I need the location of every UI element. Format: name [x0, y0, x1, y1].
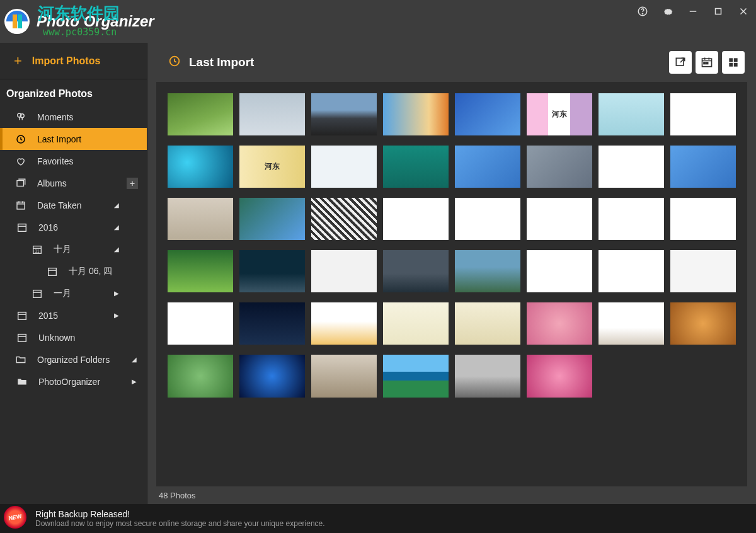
thumbnail[interactable]: [383, 302, 449, 345]
new-badge-icon: [4, 506, 29, 531]
sidebar-item-last-import[interactable]: Last Import: [0, 128, 147, 150]
thumbnail[interactable]: [168, 146, 233, 188]
close-button[interactable]: [731, 0, 756, 23]
sidebar-item-albums[interactable]: Albums +: [0, 172, 147, 194]
thumbnail[interactable]: [598, 302, 664, 345]
thumbnail[interactable]: [239, 302, 305, 345]
thumbnail[interactable]: [455, 250, 520, 292]
thumbnail[interactable]: [455, 198, 520, 240]
add-album-button[interactable]: +: [127, 178, 138, 189]
thumbnail[interactable]: [383, 198, 449, 240]
label: Organized Folders: [37, 355, 110, 365]
thumbnail[interactable]: [670, 146, 736, 188]
thumbnail[interactable]: [168, 302, 233, 345]
thumbnail[interactable]: [383, 250, 449, 292]
thumbnail[interactable]: [455, 302, 520, 345]
footer-text: Right Backup Released! Download now to e…: [35, 509, 325, 528]
thumbnail[interactable]: [168, 93, 233, 135]
sidebar-item-organized-folders[interactable]: Organized Folders ◢: [0, 348, 147, 370]
folder-icon: [14, 353, 28, 367]
sidebar-item-oct06[interactable]: 十月 06, 四: [0, 260, 147, 282]
svg-rect-24: [704, 62, 706, 64]
thumbnail[interactable]: [670, 198, 736, 240]
expand-arrow-icon: ▶: [114, 312, 119, 319]
thumbnail[interactable]: [168, 198, 233, 240]
footer-banner[interactable]: Right Backup Released! Download now to e…: [0, 504, 756, 533]
calendar-icon: [15, 309, 29, 323]
content-header: Last Import: [147, 43, 756, 82]
calendar-view-button[interactable]: [696, 51, 718, 74]
thumbnail[interactable]: [311, 146, 377, 188]
folder-icon: [15, 375, 29, 389]
footer-subtitle: Download now to enjoy most secure online…: [35, 519, 325, 528]
thumbnail[interactable]: [455, 93, 520, 135]
thumbnail[interactable]: [527, 302, 592, 345]
clock-icon: [168, 54, 181, 71]
thumbnail[interactable]: [455, 355, 520, 397]
title-bar: Photo Organizer 河东软件园 www.pc0359.cn: [0, 0, 756, 43]
svg-rect-27: [734, 58, 738, 62]
thumbnail[interactable]: [670, 93, 736, 135]
thumbnail[interactable]: [598, 250, 664, 292]
sidebar-item-2015[interactable]: 2015 ▶: [0, 304, 147, 326]
watermark-text: 河东软件园: [38, 3, 120, 25]
sidebar-item-date-taken[interactable]: Date Taken ◢: [0, 194, 147, 216]
status-bar: 48 Photos: [147, 486, 756, 504]
thumbnail[interactable]: [311, 250, 377, 292]
thumbnail[interactable]: [670, 250, 736, 292]
sidebar-item-favorites[interactable]: Favorites: [0, 150, 147, 172]
calendar-day-icon: 31: [30, 243, 44, 256]
thumbnail[interactable]: [239, 198, 305, 240]
export-button[interactable]: [669, 51, 692, 74]
thumbnail[interactable]: [670, 302, 736, 345]
thumbnail[interactable]: 河东: [527, 93, 592, 135]
app-logo: [4, 8, 30, 35]
sidebar-item-moments[interactable]: Moments: [0, 106, 147, 128]
sidebar-item-2016[interactable]: 2016 ◢: [0, 216, 147, 238]
maximize-button[interactable]: [706, 0, 731, 23]
svg-rect-6: [716, 9, 721, 14]
svg-rect-17: [49, 268, 57, 275]
settings-button[interactable]: [655, 0, 680, 23]
calendar-icon: [15, 221, 29, 234]
thumbnail[interactable]: [527, 355, 592, 397]
thumbnail[interactable]: [311, 198, 377, 240]
import-photos-button[interactable]: + Import Photos: [0, 43, 147, 79]
minimize-button[interactable]: [680, 0, 706, 23]
sidebar-section-title: Organized Photos: [0, 79, 147, 106]
thumbnail[interactable]: [311, 93, 377, 135]
grid-view-button[interactable]: [722, 51, 745, 74]
sidebar-item-oct[interactable]: 31 十月 ◢: [0, 238, 147, 260]
label: Favorites: [37, 156, 74, 166]
thumbnail[interactable]: [383, 146, 449, 188]
content-pane: Last Import 河东河东 48 Photos: [147, 43, 756, 504]
sidebar-item-photoorganizer-folder[interactable]: PhotoOrganizer ▶: [0, 370, 147, 393]
help-button[interactable]: [630, 0, 655, 23]
thumbnail[interactable]: [527, 198, 592, 240]
thumbnail[interactable]: [527, 146, 592, 188]
svg-point-4: [642, 13, 643, 14]
thumbnail[interactable]: [168, 250, 233, 292]
albums-icon: [14, 176, 28, 190]
thumbnail[interactable]: [168, 355, 233, 397]
thumbnail[interactable]: [598, 146, 664, 188]
calendar-day-icon: [45, 265, 59, 278]
thumbnail[interactable]: [598, 198, 664, 240]
thumbnail[interactable]: [239, 355, 305, 397]
thumbnail[interactable]: [311, 355, 377, 397]
label: 十月 06, 四: [69, 266, 112, 277]
thumbnail[interactable]: [455, 146, 520, 188]
thumbnail[interactable]: [527, 250, 592, 292]
thumbnail[interactable]: [239, 250, 305, 292]
thumbnail[interactable]: 河东: [239, 146, 305, 188]
thumbnail[interactable]: [383, 93, 449, 135]
sidebar-item-jan[interactable]: 一月 ▶: [0, 282, 147, 304]
thumbnail[interactable]: [383, 355, 449, 397]
heart-icon: [14, 154, 28, 168]
gallery-scroll[interactable]: 河东河东: [156, 82, 747, 486]
thumbnail[interactable]: [598, 93, 664, 135]
sidebar-item-unknown[interactable]: Unknown: [0, 326, 147, 348]
thumbnail[interactable]: [311, 302, 377, 345]
watermark-url: www.pc0359.cn: [43, 26, 117, 38]
thumbnail[interactable]: [239, 93, 305, 135]
